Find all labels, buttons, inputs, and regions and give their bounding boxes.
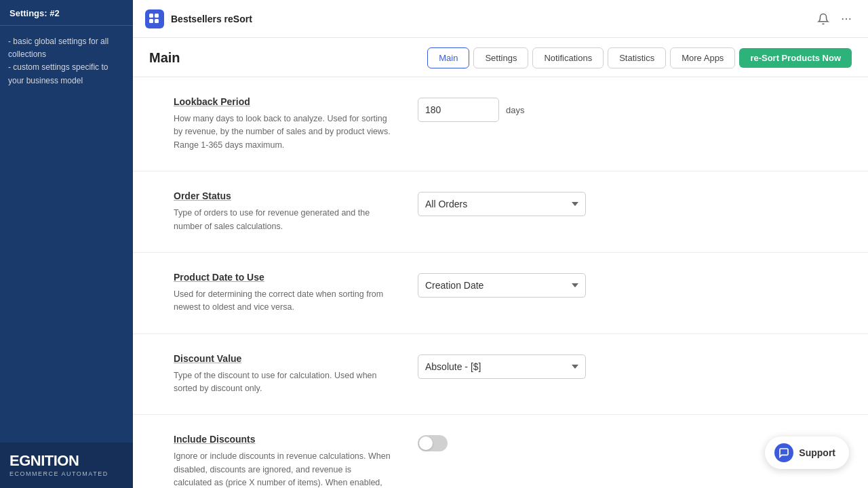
brand-sub: ECOMMERCE AUTOMATED <box>9 470 123 477</box>
main-area: Bestsellers reSort Main Main Settings No… <box>133 0 868 488</box>
tab-more-apps[interactable]: More Apps <box>670 47 735 68</box>
svg-point-4 <box>842 18 844 19</box>
nav-tabs: Main Settings Notifications Statistics M… <box>427 47 852 68</box>
svg-point-6 <box>849 18 850 19</box>
setting-row-order-status: Order Status Type of orders to use for r… <box>133 171 868 253</box>
include-discounts-toggle-wrap <box>418 435 448 451</box>
order-status-select[interactable]: All Orders Paid Orders Fulfilled Orders <box>418 192 586 216</box>
setting-row-include-discounts: Include Discounts Ignore or include disc… <box>133 415 868 488</box>
include-discounts-toggle[interactable] <box>418 435 448 451</box>
setting-label-col-lookback: Lookback Period How many days to look ba… <box>174 96 391 152</box>
setting-row-product-date: Product Date to Use Used for determining… <box>133 253 868 334</box>
setting-control-product-date: Creation Date Published Date Updated Dat… <box>418 272 841 298</box>
setting-label-col-discount-value: Discount Value Type of the discount to u… <box>174 353 391 396</box>
toggle-knob <box>419 436 433 450</box>
lookback-unit: days <box>506 105 524 115</box>
tab-statistics[interactable]: Statistics <box>608 47 666 68</box>
setting-control-discount-value: Absolute - [$] Percentage - [%] <box>418 353 841 379</box>
setting-label-col-include-discounts: Include Discounts Ignore or include disc… <box>174 434 391 488</box>
setting-desc-lookback: How many days to look back to analyze. U… <box>174 113 391 152</box>
setting-label-lookback: Lookback Period <box>174 96 391 107</box>
tab-settings[interactable]: Settings <box>473 47 528 68</box>
topbar: Bestsellers reSort <box>133 0 868 38</box>
bell-icon[interactable] <box>814 9 833 28</box>
page-title: Main <box>149 50 180 66</box>
svg-point-5 <box>846 18 847 19</box>
setting-control-lookback: days <box>418 96 841 122</box>
sidebar: Settings: #2 - basic global settings for… <box>0 0 133 488</box>
svg-rect-3 <box>155 19 159 23</box>
tab-notifications[interactable]: Notifications <box>532 47 604 68</box>
lookback-input[interactable] <box>418 98 499 122</box>
sidebar-content: - basic global settings for all collecti… <box>0 26 133 443</box>
brand-name: EGNITION <box>9 452 123 470</box>
setting-label-include-discounts: Include Discounts <box>174 434 391 445</box>
svg-rect-1 <box>155 14 159 18</box>
support-button[interactable]: Support <box>765 436 849 469</box>
tab-main[interactable]: Main <box>427 47 469 68</box>
setting-desc-order-status: Type of orders to use for revenue genera… <box>174 207 391 233</box>
product-date-select[interactable]: Creation Date Published Date Updated Dat… <box>418 273 586 298</box>
more-options-icon[interactable] <box>837 9 856 28</box>
setting-control-order-status: All Orders Paid Orders Fulfilled Orders <box>418 190 841 216</box>
app-name: Bestsellers reSort <box>171 14 807 24</box>
setting-row-lookback: Lookback Period How many days to look ba… <box>133 77 868 171</box>
setting-row-discount-value: Discount Value Type of the discount to u… <box>133 334 868 415</box>
svg-rect-0 <box>149 14 153 18</box>
setting-desc-product-date: Used for determining the correct date wh… <box>174 288 391 314</box>
sidebar-title: Settings: #2 <box>0 0 133 26</box>
support-label: Support <box>799 447 835 458</box>
discount-value-select[interactable]: Absolute - [$] Percentage - [%] <box>418 354 586 379</box>
sidebar-footer: EGNITION ECOMMERCE AUTOMATED <box>0 443 133 488</box>
content-scroll[interactable]: Lookback Period How many days to look ba… <box>133 77 868 488</box>
content-inner: Lookback Period How many days to look ba… <box>133 77 868 488</box>
setting-label-order-status: Order Status <box>174 190 391 201</box>
app-logo <box>145 9 164 28</box>
sidebar-desc: - basic global settings for all collecti… <box>8 35 125 87</box>
setting-desc-discount-value: Type of the discount to use for calculat… <box>174 369 391 396</box>
topbar-right <box>814 9 856 28</box>
setting-desc-include-discounts: Ignore or include discounts in revenue c… <box>174 450 391 488</box>
support-icon <box>774 443 793 462</box>
setting-label-col-product-date: Product Date to Use Used for determining… <box>174 272 391 314</box>
sidebar-desc-line2: - custom settings specific to your busin… <box>8 62 108 85</box>
setting-label-col-order-status: Order Status Type of orders to use for r… <box>174 190 391 233</box>
page-header: Main Main Settings Notifications Statist… <box>133 38 868 77</box>
tab-resort[interactable]: re-Sort Products Now <box>739 48 852 68</box>
svg-rect-2 <box>149 19 153 23</box>
setting-label-discount-value: Discount Value <box>174 353 391 364</box>
sidebar-desc-line1: - basic global settings for all collecti… <box>8 37 108 59</box>
setting-label-product-date: Product Date to Use <box>174 272 391 283</box>
